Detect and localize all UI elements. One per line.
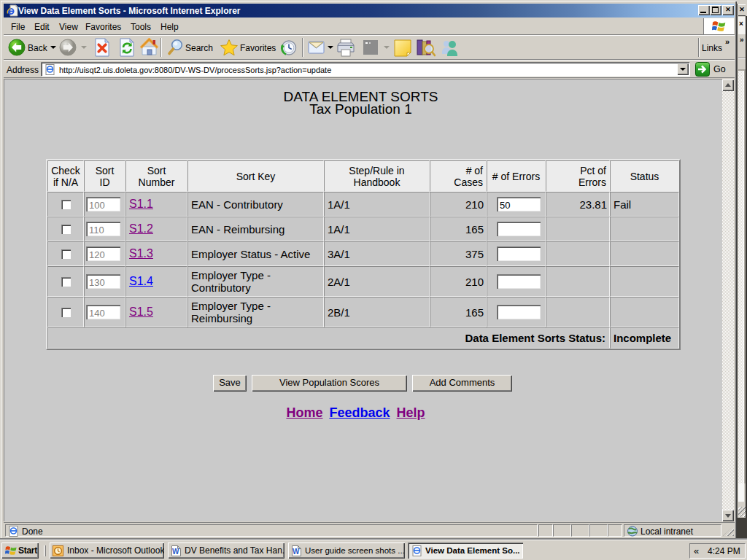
svg-text:W: W bbox=[172, 548, 179, 556]
svg-text:W: W bbox=[293, 548, 300, 556]
